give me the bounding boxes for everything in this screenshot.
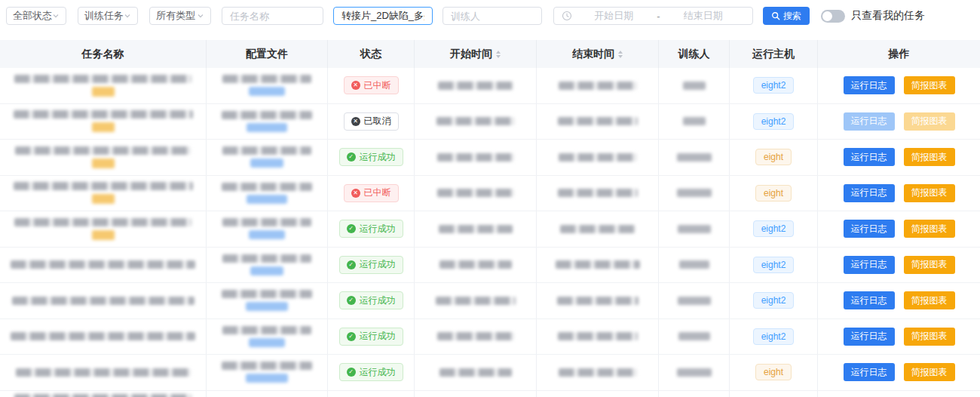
- config-link[interactable]: [250, 266, 283, 275]
- task-type-filter-value: 训练任务: [84, 9, 124, 23]
- task-name-input[interactable]: [230, 11, 315, 22]
- report-chart-button[interactable]: 简报图表: [904, 328, 955, 346]
- task-tag: [92, 230, 115, 240]
- start-date-placeholder[interactable]: 开始日期: [572, 9, 655, 23]
- chevron-down-icon: [52, 12, 60, 20]
- status-filter-value: 全部状态: [13, 9, 52, 23]
- trainer-cell: [659, 211, 730, 247]
- filter-bar: 全部状态 训练任务 所有类型 开始日期 - 结束日期 搜索: [0, 0, 980, 32]
- column-header-task-name: 任务名称: [0, 40, 207, 68]
- redacted-trainer: [678, 332, 710, 340]
- host-badge: eight2: [753, 77, 795, 94]
- report-chart-button[interactable]: 简报图表: [904, 363, 955, 381]
- report-chart-button[interactable]: 简报图表: [904, 220, 955, 238]
- status-filter-select[interactable]: 全部状态: [6, 7, 66, 25]
- redacted-end-time: [559, 82, 637, 90]
- task-name-cell: [0, 211, 207, 247]
- table-row: ✓运行成功 eight 运行日志 简报图表: [0, 140, 980, 176]
- run-log-button[interactable]: 运行日志: [844, 148, 895, 166]
- training-task-page: 全部状态 训练任务 所有类型 开始日期 - 结束日期 搜索: [0, 0, 980, 397]
- config-link[interactable]: [246, 374, 288, 383]
- report-chart-button[interactable]: 简报图表: [904, 184, 955, 202]
- end-date-placeholder[interactable]: 结束日期: [662, 9, 745, 23]
- config-link[interactable]: [247, 123, 287, 132]
- caret-up-icon: [496, 51, 501, 54]
- run-log-button[interactable]: 运行日志: [844, 363, 895, 381]
- status-badge: ✕已取消: [344, 112, 399, 131]
- trainer-cell: [659, 68, 730, 103]
- table-row: ✓运行成功 eight2 运行日志 简报图表: [0, 283, 980, 319]
- task-tag: [92, 194, 115, 204]
- report-chart-button[interactable]: 简报图表: [904, 76, 955, 94]
- start-time-cell: [415, 104, 537, 140]
- config-link[interactable]: [247, 195, 287, 204]
- trainer-cell: [659, 355, 730, 390]
- report-chart-button[interactable]: 简报图表: [904, 148, 955, 166]
- trainer-cell: [659, 140, 730, 175]
- config-link[interactable]: [249, 230, 285, 239]
- redacted-start-time: [439, 368, 512, 377]
- status-icon: ✕: [351, 81, 360, 90]
- report-chart-button[interactable]: 简报图表: [904, 112, 955, 131]
- config-link[interactable]: [249, 338, 285, 347]
- config-link[interactable]: [250, 158, 283, 168]
- redacted-task-name: [14, 218, 191, 226]
- end-time-cell: [537, 391, 659, 397]
- start-time-cell: [415, 355, 537, 390]
- run-log-button[interactable]: 运行日志: [844, 220, 895, 238]
- redacted-trainer: [683, 82, 706, 90]
- actions-cell: 运行日志 简报图表: [818, 211, 980, 247]
- status-icon: ✓: [347, 224, 356, 233]
- run-log-button[interactable]: 运行日志: [844, 76, 895, 94]
- end-time-cell: [537, 355, 659, 390]
- run-log-button[interactable]: 运行日志: [844, 328, 895, 346]
- status-cell: ✓运行成功: [328, 355, 415, 390]
- status-cell: ✓运行成功: [328, 140, 415, 175]
- host-badge: eight2: [753, 292, 795, 309]
- redacted-task-name: [11, 332, 195, 340]
- host-badge: eight: [755, 185, 792, 202]
- run-log-button[interactable]: 运行日志: [844, 256, 895, 274]
- run-log-button[interactable]: 运行日志: [844, 184, 895, 202]
- category-filter-select[interactable]: 所有类型: [149, 7, 211, 25]
- table-row: ✓运行成功 eight2 运行日志 简报图表: [0, 319, 980, 355]
- run-log-button[interactable]: 运行日志: [844, 112, 895, 131]
- status-icon: ✕: [351, 189, 360, 198]
- start-time-cell: [415, 176, 537, 211]
- task-search-input[interactable]: [341, 11, 424, 22]
- host-cell: eight2: [730, 319, 818, 355]
- redacted-end-time: [559, 153, 637, 162]
- my-tasks-toggle[interactable]: [821, 10, 845, 23]
- report-chart-button[interactable]: 简报图表: [904, 291, 955, 309]
- search-button[interactable]: 搜索: [763, 7, 810, 25]
- task-tag: [92, 122, 115, 132]
- task-name-cell: [0, 319, 207, 355]
- config-link[interactable]: [246, 302, 288, 311]
- config-link[interactable]: [249, 87, 285, 96]
- run-log-button[interactable]: 运行日志: [844, 291, 895, 309]
- host-cell: eight2: [730, 104, 818, 140]
- actions-cell: 运行日志 简报图表: [818, 176, 980, 211]
- status-cell: ✓运行成功: [328, 248, 415, 283]
- redacted-trainer: [678, 225, 711, 233]
- report-chart-button[interactable]: 简报图表: [904, 256, 955, 274]
- actions-cell: 运行日志 简报图表: [818, 355, 980, 390]
- task-tag: [92, 87, 115, 97]
- start-time-cell: [415, 140, 537, 175]
- host-cell: eight: [730, 355, 818, 390]
- task-table: 任务名称 配置文件 状态 开始时间 结束时间 训练人 运行主机 操作 ✕已中断: [0, 40, 980, 397]
- sort-end-time[interactable]: [618, 51, 623, 58]
- config-file-cell: [207, 283, 328, 319]
- trainer-input[interactable]: [451, 11, 534, 22]
- status-badge: ✕已中断: [344, 184, 399, 202]
- start-time-cell: [415, 391, 537, 397]
- redacted-trainer: [683, 117, 706, 125]
- task-type-filter-select[interactable]: 训练任务: [78, 7, 138, 25]
- status-icon: ✓: [347, 332, 356, 341]
- column-header-end-time: 结束时间: [537, 40, 659, 68]
- date-range-picker[interactable]: 开始日期 - 结束日期: [553, 7, 753, 25]
- config-file-cell: [207, 355, 328, 390]
- sort-start-time[interactable]: [496, 51, 501, 58]
- status-cell: ✕已中断: [328, 68, 415, 103]
- host-cell: eight2: [730, 248, 818, 283]
